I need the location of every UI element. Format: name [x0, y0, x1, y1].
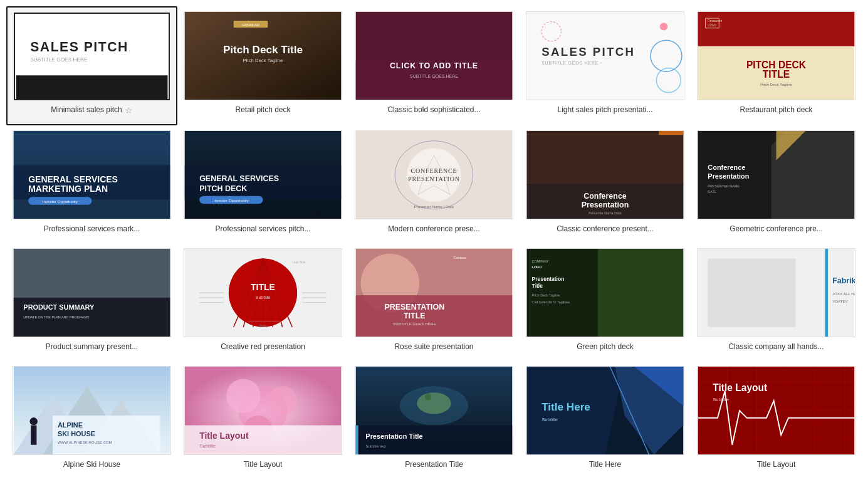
svg-text:SALES PITCH: SALES PITCH	[30, 39, 128, 54]
svg-text:Presentation: Presentation	[582, 201, 629, 209]
svg-text:Presenter Name | Date: Presenter Name | Date	[414, 204, 454, 209]
svg-text:CLICK TO ADD TITLE: CLICK TO ADD TITLE	[390, 61, 478, 70]
svg-text:Title: Title	[532, 283, 543, 289]
template-label: Green pitch deck	[577, 342, 634, 352]
template-green-pitch-deck[interactable]: COMPANY LOGO Presentation Title Pitch De…	[520, 243, 691, 361]
template-modern-conference[interactable]: CONFERENCE PRESENTATION Presenter Name |…	[348, 125, 520, 243]
svg-rect-24	[698, 12, 854, 46]
svg-text:Subtitle: Subtitle	[199, 442, 216, 448]
svg-text:TITLE: TITLE	[763, 69, 790, 80]
template-label: Title Layout	[244, 460, 283, 470]
template-rose-suite[interactable]: Contoso PRESENTATION TITLE SUBTITLE GOES…	[348, 243, 520, 361]
svg-text:CONFERENCE: CONFERENCE	[410, 167, 457, 174]
svg-text:PRODUCT SUMMARY: PRODUCT SUMMARY	[23, 303, 95, 311]
svg-point-136	[417, 392, 451, 414]
svg-text:SUBTITLE GOES HERE: SUBTITLE GOES HERE	[393, 322, 436, 326]
template-product-summary[interactable]: PRODUCT SUMMARY UPDATE ON THE PLAN AND P…	[6, 243, 177, 361]
svg-point-128	[226, 379, 261, 413]
template-label: Professional services pitch...	[215, 224, 310, 234]
template-restaurant-pitch-deck[interactable]: Restaurant LOGO PITCH DECK TITLE Pitch D…	[691, 6, 862, 125]
template-classic-bold-sophisticated[interactable]: CLICK TO ADD TITLE SUBTITLE GOES HERE Cl…	[348, 6, 520, 125]
svg-text:GENERAL SERVICES: GENERAL SERVICES	[28, 174, 118, 184]
svg-text:GENERAL SERVICES: GENERAL SERVICES	[199, 174, 279, 183]
svg-text:LOGO: LOGO	[708, 24, 716, 27]
template-label: Light sales pitch presentati...	[557, 105, 652, 115]
svg-text:SUBTITLE GEOS HERE: SUBTITLE GEOS HERE	[541, 61, 599, 65]
template-label: Modern conference prese...	[388, 224, 480, 234]
svg-text:Pitch Deck Tagline: Pitch Deck Tagline	[532, 293, 560, 297]
svg-text:ALPINE: ALPINE	[58, 421, 83, 429]
template-retail-pitch-deck[interactable]: FABRIKAM Pitch Deck Title Pitch Deck Tag…	[177, 6, 348, 125]
svg-text:Contoso: Contoso	[454, 256, 466, 259]
svg-rect-1	[16, 75, 168, 99]
svg-text:Subtitle: Subtitle	[541, 417, 558, 422]
template-label: Presentation Title	[405, 460, 463, 470]
svg-text:SKI HOUSE: SKI HOUSE	[58, 430, 95, 437]
svg-text:Conference: Conference	[708, 164, 745, 171]
svg-text:Fabrikam: Fabrikam	[832, 276, 855, 285]
svg-text:Restaurant: Restaurant	[708, 19, 722, 23]
svg-text:FABRIKAM: FABRIKAM	[242, 23, 259, 27]
svg-rect-55	[659, 131, 683, 135]
svg-rect-120	[31, 425, 36, 444]
template-light-sales-pitch[interactable]: SALES PITCH SUBTITLE GEOS HERE Light sal…	[520, 6, 691, 125]
svg-text:Investor Opportunity: Investor Opportunity	[43, 199, 78, 204]
svg-text:Logo Now: Logo Now	[292, 261, 306, 264]
svg-text:PITCH DECK: PITCH DECK	[746, 60, 807, 70]
template-creative-red[interactable]: Logo Now TITLE Subtitle Date Creative re…	[177, 243, 348, 361]
svg-point-121	[30, 417, 38, 425]
template-presentation-title-turtle[interactable]: Presentation Title Subtitle text Present…	[348, 361, 520, 479]
template-label: Retail pitch deck	[235, 105, 290, 115]
template-classic-company-all-hands[interactable]: Fabrikam JOXX ALL HANDS YOATEV Classic c…	[691, 243, 862, 361]
svg-text:Pitch Deck Tagline: Pitch Deck Tagline	[760, 82, 793, 86]
svg-text:Subtitle text: Subtitle text	[365, 443, 386, 448]
svg-text:JOXX ALL HANDS: JOXX ALL HANDS	[832, 291, 855, 296]
svg-text:Title Here: Title Here	[541, 401, 590, 413]
template-title-layout-red[interactable]: Title Layout Subtitle Title Layout	[691, 361, 862, 479]
svg-text:Title Layout: Title Layout	[199, 431, 249, 441]
svg-text:UPDATE ON THE PLAN AND PROGRAM: UPDATE ON THE PLAN AND PROGRAMS	[23, 315, 90, 319]
svg-text:SALES PITCH: SALES PITCH	[541, 45, 635, 58]
svg-text:SUBTITLE GOES HERE: SUBTITLE GOES HERE	[30, 56, 88, 63]
svg-point-17	[660, 23, 667, 30]
svg-rect-111	[708, 259, 795, 327]
svg-text:Pitch Deck Title: Pitch Deck Title	[223, 43, 303, 56]
template-minimalist-sales-pitch[interactable]: SALES PITCH SUBTITLE GOES HERE Minimalis…	[6, 6, 177, 125]
svg-text:Presentation: Presentation	[532, 276, 565, 282]
template-label: Minimalist sales pitch	[51, 105, 122, 115]
svg-rect-96	[356, 295, 512, 337]
svg-text:Presentation Title: Presentation Title	[365, 432, 422, 440]
svg-text:PRESENTER NAME: PRESENTER NAME	[708, 184, 740, 188]
svg-text:Subtitle: Subtitle	[713, 396, 729, 402]
svg-text:Call Calendar to Taglines: Call Calendar to Taglines	[532, 300, 570, 304]
template-label: Professional services mark...	[44, 224, 140, 234]
template-professional-services-pitch[interactable]: GENERAL SERVICES PITCH DECK Investor Opp…	[177, 125, 348, 243]
svg-text:Subtitle: Subtitle	[256, 295, 270, 300]
template-label: Classic company all hands...	[728, 342, 824, 352]
svg-text:PITCH DECK: PITCH DECK	[199, 184, 247, 193]
template-label: Alpine Ski House	[63, 460, 120, 470]
svg-point-129	[268, 386, 297, 416]
template-geometric-conference[interactable]: Conference Presentation PRESENTER NAME D…	[691, 125, 862, 243]
template-label: Product summary present...	[46, 342, 138, 352]
svg-text:DATE: DATE	[708, 190, 716, 194]
svg-point-137	[425, 394, 432, 401]
template-label: Geometric conference pre...	[729, 224, 823, 234]
svg-text:COMPANY: COMPANY	[532, 259, 549, 263]
svg-text:Presenter Name    Date: Presenter Name Date	[588, 211, 622, 215]
svg-text:Investor Opportunity: Investor Opportunity	[214, 198, 249, 202]
svg-rect-112	[825, 249, 828, 337]
svg-text:Conference: Conference	[583, 192, 627, 201]
svg-text:PRESENTATION: PRESENTATION	[408, 175, 460, 182]
template-classic-conference[interactable]: Conference Presentation Presenter Name D…	[520, 125, 691, 243]
template-alpine-ski-house[interactable]: ALPINE SKI HOUSE WWW.ALPINESKIHOUSE.COM …	[6, 361, 177, 479]
svg-point-82	[229, 259, 297, 327]
template-title-here-blue[interactable]: Title Here Subtitle Title Here	[520, 361, 691, 479]
label-row-minimalist: Minimalist sales pitch ☆	[14, 105, 170, 115]
svg-text:Title Layout: Title Layout	[713, 382, 767, 393]
svg-text:Presentation: Presentation	[708, 172, 749, 180]
template-professional-services-mark[interactable]: GENERAL SERVICES MARKETING PLAN Investor…	[6, 125, 177, 243]
template-title-layout-flowers[interactable]: Title Layout Subtitle Title Layout	[177, 361, 348, 479]
star-button[interactable]: ☆	[125, 105, 133, 115]
svg-text:WWW.ALPINESKIHOUSE.COM: WWW.ALPINESKIHOUSE.COM	[58, 441, 112, 444]
